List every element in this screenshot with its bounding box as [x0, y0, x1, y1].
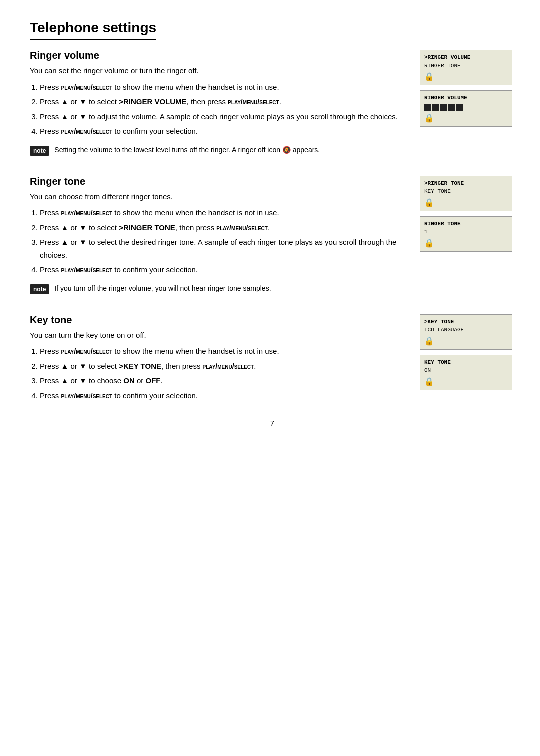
ringer-volume-intro: You can set the ringer volume or turn th… — [30, 66, 410, 77]
key-tone-intro: You can turn the key tone on or off. — [30, 330, 410, 342]
lcd-screen-6: KEY TONE ON 🔒 — [420, 355, 512, 390]
lcd-line-11: KEY TONE — [424, 358, 508, 367]
up-arrow — [62, 112, 69, 121]
lcd-icon-2: 🔒 — [424, 114, 508, 124]
lcd-line-6: KEY TONE — [424, 188, 508, 196]
lcd-line-12: ON — [424, 366, 508, 375]
key-tone-steps: Press play/menu/select to show the menu … — [30, 345, 410, 402]
play-menu-select-ref4: play/menu/select — [216, 224, 268, 232]
lcd-bar — [440, 104, 448, 112]
lcd-screen-1: >RINGER VOLUME RINGER TONE 🔒 — [420, 50, 512, 86]
ringer-off-icon: 🔕 — [282, 145, 291, 156]
play-menu-select-ref: play/menu/select — [62, 84, 113, 92]
lcd-icon-3: 🔒 — [424, 198, 508, 208]
down-arrow — [80, 238, 87, 246]
list-item: Press or to select >RINGER TONE, then pr… — [40, 222, 410, 234]
lcd-line-5: >RINGER TONE — [424, 180, 508, 188]
ringer-tone-steps: Press play/menu/select to show the menu … — [30, 206, 410, 276]
up-arrow — [62, 376, 69, 385]
down-arrow — [80, 98, 87, 106]
ringer-tone-term: >RINGER TONE — [119, 224, 176, 232]
list-item: Press or to choose ON or OFF. — [40, 374, 410, 388]
ringer-volume-heading: Ringer volume — [30, 50, 410, 62]
list-item: Press play/menu/select to show the menu … — [40, 206, 410, 220]
lcd-line-8: 1 — [424, 228, 508, 236]
lcd-icon-5: 🔒 — [424, 336, 508, 346]
play-menu-select-ref2: play/menu/select — [228, 98, 280, 106]
play-menu-select-ref5: play/menu/select — [62, 266, 113, 274]
lcd-screen-2: RINGER VOLUME 🔒 — [420, 90, 512, 127]
lcd-line-2: RINGER TONE — [424, 62, 508, 70]
ringer-volume-sidebar: >RINGER VOLUME RINGER TONE 🔒 RINGER VOLU… — [420, 50, 515, 161]
ringer-tone-content: Ringer tone You can choose from differen… — [30, 176, 410, 300]
lcd-screen-4: RINGER TONE 1 🔒 — [420, 216, 512, 252]
ringer-tone-intro: You can choose from different ringer ton… — [30, 192, 410, 203]
lcd-screen-5: >KEY TONE LCD LANGUAGE 🔒 — [420, 314, 512, 350]
list-item: Press or to select >KEY TONE, then press… — [40, 360, 410, 373]
on-term: ON — [124, 376, 135, 385]
ringer-tone-note: note If you turn off the ringer volume, … — [30, 284, 410, 294]
down-arrow — [80, 112, 87, 121]
key-tone-content: Key tone You can turn the key tone on or… — [30, 314, 410, 404]
note-text: Setting the volume to the lowest level t… — [54, 145, 320, 156]
ringer-volume-steps: Press play/menu/select to show the menu … — [30, 81, 410, 138]
play-menu-select-ref: play/menu/select — [62, 348, 113, 356]
lcd-line-10: LCD LANGUAGE — [424, 326, 508, 334]
lcd-icon-1: 🔒 — [424, 72, 508, 82]
lcd-bar — [432, 104, 440, 112]
up-arrow — [62, 362, 69, 370]
key-tone-term: >KEY TONE — [119, 362, 162, 370]
list-item: Press play/menu/select to show the menu … — [40, 345, 410, 358]
key-tone-heading: Key tone — [30, 314, 410, 326]
up-arrow — [62, 98, 69, 106]
note-label: note — [30, 284, 50, 294]
down-arrow — [80, 362, 87, 370]
list-item: Press play/menu/select to confirm your s… — [40, 264, 410, 276]
list-item: Press play/menu/select to confirm your s… — [40, 390, 410, 402]
up-arrow — [62, 224, 69, 232]
play-menu-select-ref7: play/menu/select — [62, 392, 113, 400]
list-item: Press or to select >RINGER VOLUME, then … — [40, 96, 410, 108]
list-item: Press or to adjust the volume. A sample … — [40, 110, 410, 124]
play-menu-select-ref3: play/menu/select — [62, 128, 113, 136]
lcd-bar — [448, 104, 456, 112]
ringer-tone-section: Ringer tone You can choose from differen… — [30, 176, 515, 300]
ringer-tone-heading: Ringer tone — [30, 176, 410, 188]
page-title: Telephone settings — [30, 20, 156, 40]
lcd-line-7: RINGER TONE — [424, 220, 508, 228]
key-tone-section: Key tone You can turn the key tone on or… — [30, 314, 515, 404]
ringer-volume-note: note Setting the volume to the lowest le… — [30, 145, 410, 156]
list-item: Press play/menu/select to confirm your s… — [40, 125, 410, 138]
lcd-icon-4: 🔒 — [424, 238, 508, 248]
lcd-screen-3: >RINGER TONE KEY TONE 🔒 — [420, 176, 512, 212]
lcd-line-3: RINGER VOLUME — [424, 94, 508, 102]
lcd-bar — [456, 104, 464, 112]
page-number: 7 — [30, 419, 515, 428]
ringer-tone-sidebar: >RINGER TONE KEY TONE 🔒 RINGER TONE 1 🔒 — [420, 176, 515, 300]
lcd-bars — [424, 104, 508, 112]
lcd-icon-6: 🔒 — [424, 377, 508, 387]
list-item: Press or to select the desired ringer to… — [40, 236, 410, 262]
list-item: Press play/menu/select to show the menu … — [40, 81, 410, 94]
ringer-volume-section: Ringer volume You can set the ringer vol… — [30, 50, 515, 161]
lcd-line-9: >KEY TONE — [424, 318, 508, 326]
key-tone-sidebar: >KEY TONE LCD LANGUAGE 🔒 KEY TONE ON 🔒 — [420, 314, 515, 404]
note-label: note — [30, 146, 50, 156]
note-text: If you turn off the ringer volume, you w… — [54, 284, 271, 294]
play-menu-select-ref6: play/menu/select — [203, 362, 254, 370]
down-arrow — [80, 376, 87, 385]
lcd-line-1: >RINGER VOLUME — [424, 54, 508, 62]
ringer-volume-term: >RINGER VOLUME — [119, 98, 186, 106]
off-term: OFF — [146, 376, 161, 385]
up-arrow — [62, 238, 69, 246]
lcd-bar — [424, 104, 432, 112]
play-menu-select-ref: play/menu/select — [62, 209, 113, 217]
down-arrow — [80, 224, 87, 232]
ringer-volume-content: Ringer volume You can set the ringer vol… — [30, 50, 410, 161]
